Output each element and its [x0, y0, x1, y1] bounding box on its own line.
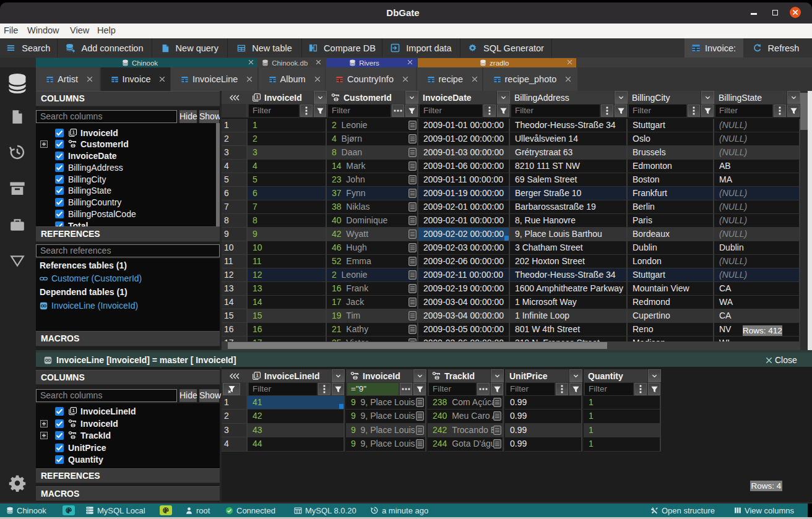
svg-text:1: 1	[72, 408, 75, 413]
svg-text:1: 1	[72, 130, 75, 134]
svg-text:1: 1	[256, 95, 259, 99]
svg-text:1: 1	[256, 373, 259, 377]
